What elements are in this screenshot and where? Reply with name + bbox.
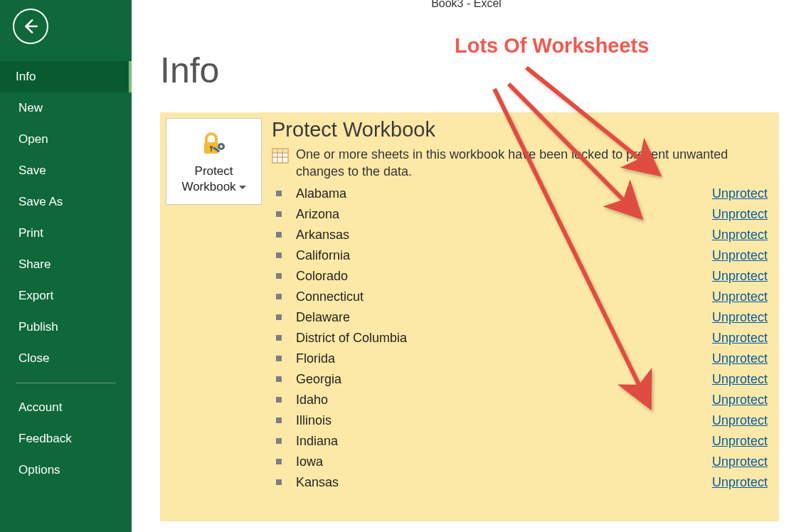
nav-item-close[interactable]: Close <box>0 343 132 374</box>
sheet-name: California <box>296 248 712 263</box>
nav-item-publish[interactable]: Publish <box>0 312 132 343</box>
unprotect-link[interactable]: Unprotect <box>712 351 768 366</box>
nav-item-share[interactable]: Share <box>0 249 132 280</box>
bullet-icon <box>276 479 282 485</box>
protect-workbook-label: Protect Workbook <box>181 164 245 195</box>
worksheet-grid-icon <box>272 148 289 166</box>
svg-rect-3 <box>211 148 212 151</box>
sidebar-divider <box>16 383 116 383</box>
sheet-name: Colorado <box>296 269 712 284</box>
nav-item-open[interactable]: Open <box>0 124 132 155</box>
sheet-row: GeorgiaUnprotect <box>272 369 772 390</box>
back-arrow-icon <box>21 17 40 36</box>
sheet-row: ConnecticutUnprotect <box>272 287 772 307</box>
sheet-row: DelawareUnprotect <box>272 307 772 328</box>
protect-heading: Protect Workbook <box>272 118 772 142</box>
nav-item-save[interactable]: Save <box>0 155 132 186</box>
unprotect-link[interactable]: Unprotect <box>712 186 768 201</box>
sheet-name: Idaho <box>296 393 712 408</box>
unprotect-link[interactable]: Unprotect <box>712 393 768 408</box>
bullet-icon <box>276 356 282 361</box>
dropdown-caret-icon <box>239 186 246 189</box>
unprotect-link[interactable]: Unprotect <box>712 289 768 304</box>
bullet-icon <box>276 438 282 444</box>
bullet-icon <box>276 211 282 217</box>
bullet-icon <box>276 376 282 382</box>
locked-sheet-list: AlabamaUnprotectArizonaUnprotectArkansas… <box>272 183 772 493</box>
sheet-name: Alabama <box>296 186 712 201</box>
bullet-icon <box>276 252 282 258</box>
bullet-icon <box>276 294 282 299</box>
sheet-row: IowaUnprotect <box>272 452 772 472</box>
unprotect-link[interactable]: Unprotect <box>712 228 768 243</box>
bullet-icon <box>276 273 282 279</box>
sheet-name: Florida <box>296 351 712 366</box>
bullet-icon <box>276 314 282 320</box>
nav-item-account[interactable]: Account <box>0 392 132 423</box>
unprotect-link[interactable]: Unprotect <box>712 454 768 469</box>
sheet-row: AlabamaUnprotect <box>272 183 772 204</box>
nav-item-feedback[interactable]: Feedback <box>0 423 132 454</box>
bullet-icon <box>276 191 282 196</box>
sheet-name: Iowa <box>296 454 712 469</box>
unprotect-link[interactable]: Unprotect <box>712 248 768 263</box>
protect-description: One or more sheets in this workbook have… <box>296 146 772 181</box>
sheet-name: Indiana <box>296 434 712 449</box>
nav-item-print[interactable]: Print <box>0 218 132 249</box>
protect-workbook-button[interactable]: Protect Workbook <box>166 118 262 205</box>
nav-item-options[interactable]: Options <box>0 454 132 486</box>
protect-workbook-details: Protect Workbook One or more sheets in t… <box>272 118 772 493</box>
sheet-row: ArizonaUnprotect <box>272 204 772 225</box>
unprotect-link[interactable]: Unprotect <box>712 434 768 449</box>
sheet-row: CaliforniaUnprotect <box>272 245 772 266</box>
unprotect-link[interactable]: Unprotect <box>712 372 768 387</box>
nav-item-new[interactable]: New <box>0 92 132 124</box>
main-content: Book3 - Excel Info Protect Workbook <box>132 0 801 532</box>
bullet-icon <box>276 232 282 238</box>
sheet-row: ColoradoUnprotect <box>272 266 772 287</box>
sheet-row: FloridaUnprotect <box>272 349 772 369</box>
back-button[interactable] <box>13 9 48 44</box>
sheet-row: District of ColumbiaUnprotect <box>272 328 772 349</box>
sheet-name: Georgia <box>296 372 712 387</box>
nav-item-info[interactable]: Info <box>0 61 132 92</box>
sheet-name: Arkansas <box>296 228 712 243</box>
sheet-row: KansasUnprotect <box>272 472 772 493</box>
sheet-row: ArkansasUnprotect <box>272 225 772 245</box>
svg-rect-12 <box>272 149 288 152</box>
svg-point-5 <box>220 145 223 148</box>
sheet-row: IllinoisUnprotect <box>272 410 772 431</box>
sheet-row: IndianaUnprotect <box>272 431 772 452</box>
unprotect-link[interactable]: Unprotect <box>712 331 768 346</box>
bullet-icon <box>276 459 282 464</box>
sheet-name: Delaware <box>296 310 712 325</box>
lock-key-icon <box>200 131 228 159</box>
unprotect-link[interactable]: Unprotect <box>712 413 768 428</box>
unprotect-link[interactable]: Unprotect <box>712 207 768 222</box>
sheet-name: Arizona <box>296 207 712 222</box>
sheet-name: District of Columbia <box>296 331 712 346</box>
nav-item-export[interactable]: Export <box>0 280 132 312</box>
sheet-name: Connecticut <box>296 289 712 304</box>
sheet-row: IdahoUnprotect <box>272 390 772 410</box>
backstage-sidebar: InfoNewOpenSaveSave AsPrintShareExportPu… <box>0 0 132 532</box>
protect-workbook-panel: Protect Workbook Protect Workbook O <box>160 112 779 521</box>
bullet-icon <box>276 335 282 341</box>
unprotect-link[interactable]: Unprotect <box>712 269 768 284</box>
nav-item-save-as[interactable]: Save As <box>0 186 132 218</box>
window-title: Book3 - Excel <box>132 0 801 10</box>
page-title: Info <box>160 50 801 91</box>
sheet-name: Kansas <box>296 475 712 490</box>
bullet-icon <box>276 417 282 423</box>
sheet-name: Illinois <box>296 413 712 428</box>
unprotect-link[interactable]: Unprotect <box>712 475 768 490</box>
unprotect-link[interactable]: Unprotect <box>712 310 768 325</box>
bullet-icon <box>276 397 282 403</box>
